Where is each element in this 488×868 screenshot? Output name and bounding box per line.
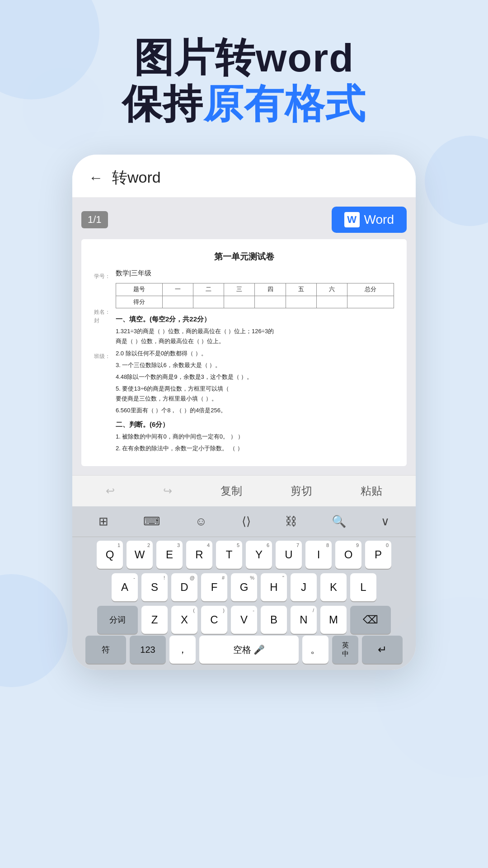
hero-title-line2: 保持原有格式 [27,80,461,128]
redo-button[interactable]: ↪ [163,485,172,497]
page-indicator: 1/1 [81,211,108,228]
student-row: 数学|三年级 [116,268,394,278]
question-2: 2.0 除以任何不是0的数都得（ ）。 [116,349,394,359]
name-label: 姓名：封 [94,308,112,325]
key-L[interactable]: L [350,573,376,601]
cut-button[interactable]: 剪切 [291,484,312,498]
key-D[interactable]: @D [171,573,197,601]
key-R[interactable]: 4R [186,541,212,569]
key-enter[interactable]: ↵ [362,636,403,664]
key-G[interactable]: %G [231,573,257,601]
key-sym[interactable]: 符 [85,636,126,664]
key-comma[interactable]: ， [169,636,196,664]
key-lang[interactable]: 英中 [332,636,358,664]
key-F[interactable]: #F [201,573,227,601]
keyboard-toolbar: ⊞ ⌨ ☺ ⟨⟩ ⛓ 🔍 ∨ [72,506,416,537]
key-H[interactable]: "H [261,573,287,601]
kb-collapse-icon[interactable]: ∨ [376,513,394,530]
key-W[interactable]: 2W [127,541,153,569]
keyboard-row-3: 分词 Z (X )C -V B /N M ⌫ [77,606,411,634]
paste-button[interactable]: 粘贴 [361,484,382,498]
class-label: 班级： [94,352,112,361]
kb-link-icon[interactable]: ⛓ [281,513,301,530]
question-4: 4.48除以一个数的商是9，余数是3，这个数是（ ）。 [116,372,394,382]
key-T[interactable]: 5T [216,541,242,569]
key-M[interactable]: M [320,606,347,634]
kb-keyboard-icon[interactable]: ⌨ [139,513,165,530]
back-button[interactable]: ← [89,170,103,186]
key-period[interactable]: 。 [302,636,328,664]
judge-2: 2. 在有余数的除法中，余数一定小于除数。 （ ） [116,443,394,453]
key-V[interactable]: -V [231,606,257,634]
doc-main-title: 第一单元测试卷 [94,250,394,264]
copy-button[interactable]: 复制 [221,484,242,498]
key-A[interactable]: -A [112,573,138,601]
question-1: 1.321÷3的商是（ ）位数，商的最高位在（ ）位上；126÷3的商是（ ）位… [116,326,394,346]
key-I[interactable]: 8I [305,541,332,569]
key-Z[interactable]: Z [141,606,168,634]
judge-1: 1. 被除数的中间有0，商的中间也一定有0。 ） ） [116,432,394,442]
document-area: 1/1 W Word 第一单元测试卷 学号： 姓名：封 班级： 数学|三年级 [72,198,416,475]
keyboard-row-2: -A !S @D #F %G "H J K L [77,573,411,601]
edit-toolbar: ↩ ↪ 复制 剪切 粘贴 [72,475,416,506]
kb-emoji-icon[interactable]: ☺ [191,513,212,530]
question-5: 5. 要使13÷6的商是两位数，方框里可以填（要使商是三位数，方框里最小填（ ）… [116,384,394,404]
keyboard: ⊞ ⌨ ☺ ⟨⟩ ⛓ 🔍 ∨ 1Q 2W 3E 4R 5T 6Y 7U 8I 9… [72,506,416,670]
key-123[interactable]: 123 [130,636,166,664]
key-K[interactable]: K [320,573,347,601]
hero-title-line1: 图片转word [27,36,461,80]
kb-grid-icon[interactable]: ⊞ [94,513,113,530]
key-X[interactable]: (X [171,606,197,634]
key-Y[interactable]: 6Y [246,541,272,569]
question-3: 3. 一个三位数除以6，余数最大是（ ）。 [116,360,394,370]
key-B[interactable]: B [261,606,287,634]
key-J[interactable]: J [291,573,317,601]
app-header: ← 转word [72,155,416,198]
keyboard-bottom-row: 符 123 ， 空格 🎤 。 英中 ↵ [72,636,416,670]
word-icon: W [344,212,360,227]
key-space[interactable]: 空格 🎤 [199,636,299,664]
student-label: 学号： [94,272,112,281]
key-C[interactable]: )C [201,606,227,634]
section1-title: 一、填空。(每空2分，共22分） [116,314,394,325]
phone-mockup: ← 转word 1/1 W Word 第一单元测试卷 学号： 姓名：封 班级： [72,155,416,670]
key-N[interactable]: /N [291,606,317,634]
app-title: 转word [112,167,161,188]
kb-code-icon[interactable]: ⟨⟩ [237,513,255,530]
key-P[interactable]: 0P [365,541,391,569]
doc-toolbar: 1/1 W Word [81,207,407,233]
key-S[interactable]: !S [141,573,168,601]
hero-section: 图片转word 保持原有格式 [0,0,488,146]
undo-button[interactable]: ↩ [106,485,115,497]
question-6: 6.560里面有（ ）个8，（ ）的4倍是256。 [116,406,394,415]
kb-search-icon[interactable]: 🔍 [327,513,351,530]
score-table: 题号 一 二 三 四 五 六 总分 得分 [116,283,394,309]
key-E[interactable]: 3E [156,541,183,569]
key-delete[interactable]: ⌫ [350,606,391,634]
document-paper: 第一单元测试卷 学号： 姓名：封 班级： 数学|三年级 题号 一 [81,239,407,466]
word-export-button[interactable]: W Word [332,207,407,233]
keyboard-row-1: 1Q 2W 3E 4R 5T 6Y 7U 8I 9O 0P [77,541,411,569]
section2-title: 二、判断。(6分） [116,419,394,430]
key-Q[interactable]: 1Q [97,541,123,569]
key-fenci[interactable]: 分词 [97,606,138,634]
key-U[interactable]: 7U [276,541,302,569]
key-O[interactable]: 9O [335,541,361,569]
